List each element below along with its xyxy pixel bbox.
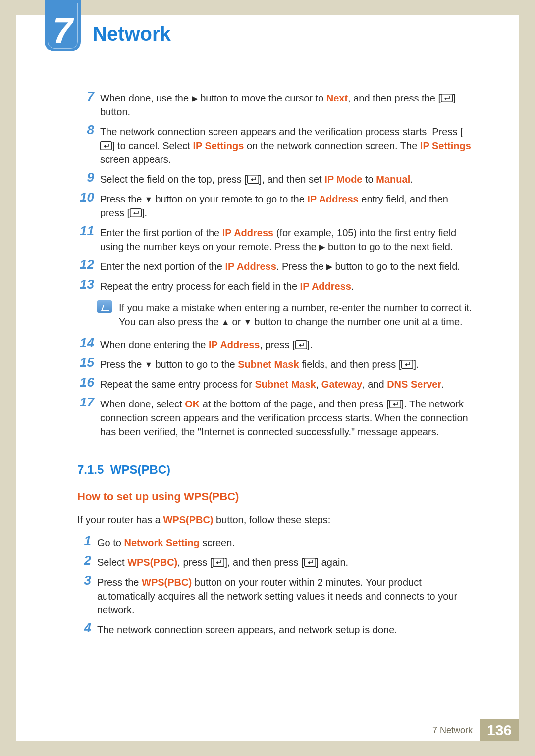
step-number: 15 bbox=[77, 355, 100, 371]
chapter-tab: 7 bbox=[45, 0, 81, 51]
triangle-icon: ▶ bbox=[319, 242, 325, 252]
step-item: 4The network connection screen appears, … bbox=[77, 621, 475, 637]
highlight-term: IP Settings bbox=[193, 140, 244, 151]
step-number: 11 bbox=[77, 224, 100, 253]
step-text: Enter the next portion of the IP Address… bbox=[100, 257, 475, 273]
enter-icon bbox=[441, 94, 453, 102]
note-icon bbox=[97, 300, 115, 329]
enter-icon bbox=[295, 340, 307, 349]
step-number: 3 bbox=[77, 573, 97, 617]
step-text: Go to Network Setting screen. bbox=[97, 534, 475, 550]
highlight-term: Subnet Mask bbox=[255, 379, 316, 390]
highlight-term: Gateway bbox=[321, 379, 362, 390]
svg-rect-1 bbox=[101, 142, 111, 150]
highlight-term: Next bbox=[326, 93, 348, 103]
step-item: 3Press the WPS(PBC) button on your route… bbox=[77, 573, 475, 617]
svg-rect-7 bbox=[213, 558, 224, 566]
chapter-title: Network bbox=[93, 23, 171, 45]
enter-icon bbox=[130, 208, 142, 217]
highlight-term: Manual bbox=[376, 174, 410, 185]
step-item: 14When done entering the IP Address, pre… bbox=[77, 336, 475, 352]
step-number: 14 bbox=[77, 336, 100, 352]
section-number: 7.1.5 bbox=[77, 463, 104, 476]
highlight-term: IP Address bbox=[225, 261, 276, 272]
svg-rect-6 bbox=[390, 400, 401, 408]
step-number: 7 bbox=[77, 89, 100, 119]
highlight-term: DNS Server bbox=[387, 379, 441, 390]
step-number: 9 bbox=[77, 170, 100, 186]
page-footer: 7 Network 136 bbox=[432, 719, 519, 741]
page-number: 136 bbox=[480, 719, 519, 741]
step-number: 12 bbox=[77, 257, 100, 273]
step-item: 9Select the field on the top, press [], … bbox=[77, 170, 475, 186]
enter-icon bbox=[304, 558, 316, 567]
step-item: 2Select WPS(PBC), press [], and then pre… bbox=[77, 554, 475, 569]
section-title: WPS(PBC) bbox=[110, 463, 170, 476]
svg-rect-2 bbox=[248, 175, 259, 183]
step-item: 16Repeat the same entry process for Subn… bbox=[77, 375, 475, 391]
highlight-term: IP Address bbox=[307, 194, 358, 204]
svg-rect-8 bbox=[304, 558, 315, 566]
highlight-term: OK bbox=[185, 399, 200, 409]
enter-icon bbox=[247, 175, 259, 184]
step-item: 11Enter the first portion of the IP Addr… bbox=[77, 224, 475, 253]
step-number: 13 bbox=[77, 277, 100, 293]
step-number: 16 bbox=[77, 375, 100, 391]
highlight-term: Subnet Mask bbox=[238, 359, 299, 370]
step-item: 12Enter the next portion of the IP Addre… bbox=[77, 257, 475, 273]
section-subheading: How to set up using WPS(PBC) bbox=[77, 489, 475, 504]
section-heading: 7.1.5 WPS(PBC) bbox=[77, 461, 475, 478]
footer-crumb: 7 Network bbox=[432, 719, 480, 741]
step-text: Select WPS(PBC), press [], and then pres… bbox=[97, 554, 475, 569]
step-number: 1 bbox=[77, 534, 97, 550]
highlight-term: IP Mode bbox=[324, 174, 362, 185]
step-text: Enter the first portion of the IP Addres… bbox=[100, 224, 475, 253]
highlight-term: IP Address bbox=[300, 281, 351, 292]
step-text: Press the WPS(PBC) button on your router… bbox=[97, 573, 475, 617]
step-item: 17When done, select OK at the bottom of … bbox=[77, 395, 475, 439]
step-text: Repeat the entry process for each field … bbox=[100, 277, 475, 293]
step-item: 10Press the ▼ button on your remote to g… bbox=[77, 190, 475, 220]
step-text: When done, select OK at the bottom of th… bbox=[100, 395, 475, 439]
step-number: 10 bbox=[77, 190, 100, 220]
step-item: 1Go to Network Setting screen. bbox=[77, 534, 475, 550]
step-number: 4 bbox=[77, 621, 97, 637]
step-number: 17 bbox=[77, 395, 100, 439]
step-text: The network connection screen appears an… bbox=[100, 123, 475, 166]
step-item: 13Repeat the entry process for each fiel… bbox=[77, 277, 475, 293]
enter-icon bbox=[213, 558, 224, 567]
highlight-term: WPS(PBC) bbox=[142, 577, 192, 588]
footer-crumb-num: 7 bbox=[432, 725, 437, 736]
wps-intro: If your router has a WPS(PBC) button, fo… bbox=[77, 513, 475, 527]
page: 7 Network 7When done, use the ▶ button t… bbox=[16, 15, 519, 741]
svg-rect-5 bbox=[402, 360, 413, 368]
step-text: Repeat the same entry process for Subnet… bbox=[100, 375, 475, 391]
highlight-term: WPS(PBC) bbox=[163, 514, 213, 525]
note-block: If you make a mistake when entering a nu… bbox=[97, 300, 475, 329]
step-text: When done entering the IP Address, press… bbox=[100, 336, 475, 352]
triangle-icon: ▶ bbox=[326, 261, 332, 272]
triangle-icon: ▼ bbox=[145, 194, 153, 205]
step-number: 2 bbox=[77, 554, 97, 569]
step-text: The network connection screen appears, a… bbox=[97, 621, 475, 637]
step-number: 8 bbox=[77, 123, 100, 166]
enter-icon bbox=[100, 141, 112, 150]
svg-rect-3 bbox=[130, 209, 141, 217]
highlight-term: IP Settings bbox=[420, 140, 471, 151]
triangle-icon: ▼ bbox=[244, 317, 252, 328]
triangle-icon: ▼ bbox=[145, 359, 153, 370]
triangle-icon: ▶ bbox=[192, 93, 198, 104]
chapter-number: 7 bbox=[53, 13, 72, 49]
highlight-term: IP Address bbox=[209, 339, 260, 350]
enter-icon bbox=[389, 400, 401, 408]
step-item: 8The network connection screen appears a… bbox=[77, 123, 475, 166]
highlight-term: IP Address bbox=[222, 227, 273, 238]
highlight-term: Network Setting bbox=[124, 537, 199, 548]
step-text: Press the ▼ button on your remote to go … bbox=[100, 190, 475, 220]
step-item: 7When done, use the ▶ button to move the… bbox=[77, 89, 475, 119]
step-text: Press the ▼ button to go to the Subnet M… bbox=[100, 355, 475, 371]
step-text: Select the field on the top, press [], a… bbox=[100, 170, 475, 186]
enter-icon bbox=[401, 360, 413, 369]
footer-crumb-title: Network bbox=[440, 725, 473, 736]
svg-rect-4 bbox=[295, 341, 306, 349]
